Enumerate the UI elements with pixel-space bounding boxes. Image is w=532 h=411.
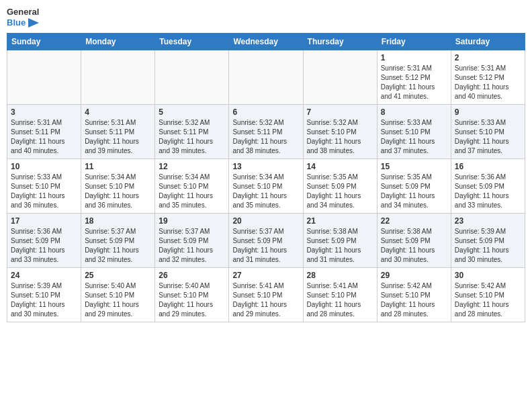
day-number: 3 bbox=[11, 107, 77, 117]
day-number: 5 bbox=[159, 107, 225, 117]
logo: General Blue bbox=[7, 7, 39, 28]
day-number: 7 bbox=[307, 107, 373, 117]
day-number: 14 bbox=[307, 162, 373, 171]
calendar-day-cell bbox=[7, 50, 81, 105]
col-header-saturday: Saturday bbox=[451, 34, 525, 50]
calendar-day-cell: 8Sunrise: 5:33 AM Sunset: 5:10 PM Daylig… bbox=[377, 105, 451, 159]
calendar-day-cell: 7Sunrise: 5:32 AM Sunset: 5:10 PM Daylig… bbox=[303, 105, 377, 159]
day-number: 13 bbox=[232, 162, 299, 171]
day-number: 15 bbox=[381, 162, 447, 171]
calendar-day-cell: 27Sunrise: 5:41 AM Sunset: 5:10 PM Dayli… bbox=[229, 268, 303, 322]
calendar-day-cell: 26Sunrise: 5:40 AM Sunset: 5:10 PM Dayli… bbox=[155, 268, 229, 322]
day-info: Sunrise: 5:31 AM Sunset: 5:12 PM Dayligh… bbox=[455, 64, 521, 101]
day-number: 22 bbox=[381, 216, 447, 226]
day-info: Sunrise: 5:42 AM Sunset: 5:10 PM Dayligh… bbox=[381, 281, 447, 319]
col-header-thursday: Thursday bbox=[303, 34, 377, 50]
day-info: Sunrise: 5:33 AM Sunset: 5:10 PM Dayligh… bbox=[455, 118, 521, 156]
day-number: 25 bbox=[85, 271, 151, 280]
calendar-day-cell: 19Sunrise: 5:37 AM Sunset: 5:09 PM Dayli… bbox=[155, 214, 229, 268]
calendar-table: SundayMondayTuesdayWednesdayThursdayFrid… bbox=[7, 33, 525, 322]
calendar-day-cell: 1Sunrise: 5:31 AM Sunset: 5:12 PM Daylig… bbox=[377, 50, 451, 105]
day-info: Sunrise: 5:32 AM Sunset: 5:10 PM Dayligh… bbox=[307, 118, 373, 156]
day-info: Sunrise: 5:37 AM Sunset: 5:09 PM Dayligh… bbox=[85, 227, 151, 265]
day-info: Sunrise: 5:35 AM Sunset: 5:09 PM Dayligh… bbox=[307, 173, 373, 210]
day-info: Sunrise: 5:41 AM Sunset: 5:10 PM Dayligh… bbox=[232, 281, 299, 319]
calendar-day-cell bbox=[155, 50, 229, 105]
col-header-monday: Monday bbox=[81, 34, 155, 50]
day-info: Sunrise: 5:33 AM Sunset: 5:10 PM Dayligh… bbox=[11, 173, 77, 210]
calendar-day-cell: 18Sunrise: 5:37 AM Sunset: 5:09 PM Dayli… bbox=[81, 214, 155, 268]
calendar-header-row: SundayMondayTuesdayWednesdayThursdayFrid… bbox=[7, 34, 525, 50]
calendar-day-cell: 17Sunrise: 5:36 AM Sunset: 5:09 PM Dayli… bbox=[7, 214, 81, 268]
day-number: 17 bbox=[11, 216, 77, 226]
day-number: 11 bbox=[85, 162, 151, 171]
logo-triangle-icon bbox=[28, 18, 39, 28]
day-info: Sunrise: 5:36 AM Sunset: 5:09 PM Dayligh… bbox=[11, 227, 77, 265]
day-number: 28 bbox=[307, 271, 373, 280]
day-number: 2 bbox=[455, 53, 521, 62]
calendar-day-cell: 3Sunrise: 5:31 AM Sunset: 5:11 PM Daylig… bbox=[7, 105, 81, 159]
day-info: Sunrise: 5:34 AM Sunset: 5:10 PM Dayligh… bbox=[232, 173, 299, 210]
day-number: 16 bbox=[455, 162, 521, 171]
calendar-day-cell: 28Sunrise: 5:41 AM Sunset: 5:10 PM Dayli… bbox=[303, 268, 377, 322]
calendar-day-cell: 15Sunrise: 5:35 AM Sunset: 5:09 PM Dayli… bbox=[377, 159, 451, 214]
calendar-day-cell: 29Sunrise: 5:42 AM Sunset: 5:10 PM Dayli… bbox=[377, 268, 451, 322]
calendar-day-cell: 11Sunrise: 5:34 AM Sunset: 5:10 PM Dayli… bbox=[81, 159, 155, 214]
day-info: Sunrise: 5:32 AM Sunset: 5:11 PM Dayligh… bbox=[159, 118, 225, 156]
calendar-day-cell: 16Sunrise: 5:36 AM Sunset: 5:09 PM Dayli… bbox=[451, 159, 525, 214]
day-info: Sunrise: 5:36 AM Sunset: 5:09 PM Dayligh… bbox=[455, 173, 521, 210]
calendar-day-cell: 30Sunrise: 5:42 AM Sunset: 5:10 PM Dayli… bbox=[451, 268, 525, 322]
calendar-week-row: 3Sunrise: 5:31 AM Sunset: 5:11 PM Daylig… bbox=[7, 105, 525, 159]
calendar-day-cell: 13Sunrise: 5:34 AM Sunset: 5:10 PM Dayli… bbox=[229, 159, 303, 214]
day-number: 20 bbox=[232, 216, 299, 226]
day-info: Sunrise: 5:32 AM Sunset: 5:11 PM Dayligh… bbox=[232, 118, 299, 156]
day-info: Sunrise: 5:31 AM Sunset: 5:12 PM Dayligh… bbox=[381, 64, 447, 101]
day-info: Sunrise: 5:40 AM Sunset: 5:10 PM Dayligh… bbox=[159, 281, 225, 319]
day-number: 26 bbox=[159, 271, 225, 280]
col-header-wednesday: Wednesday bbox=[229, 34, 303, 50]
calendar-day-cell: 5Sunrise: 5:32 AM Sunset: 5:11 PM Daylig… bbox=[155, 105, 229, 159]
day-info: Sunrise: 5:42 AM Sunset: 5:10 PM Dayligh… bbox=[455, 281, 521, 319]
calendar-day-cell: 9Sunrise: 5:33 AM Sunset: 5:10 PM Daylig… bbox=[451, 105, 525, 159]
day-info: Sunrise: 5:39 AM Sunset: 5:10 PM Dayligh… bbox=[11, 281, 77, 319]
day-number: 18 bbox=[85, 216, 151, 226]
day-info: Sunrise: 5:40 AM Sunset: 5:10 PM Dayligh… bbox=[85, 281, 151, 319]
day-info: Sunrise: 5:38 AM Sunset: 5:09 PM Dayligh… bbox=[307, 227, 373, 265]
day-number: 10 bbox=[11, 162, 77, 171]
day-number: 9 bbox=[455, 107, 521, 117]
day-number: 19 bbox=[159, 216, 225, 226]
logo-blue: Blue bbox=[7, 17, 39, 28]
day-info: Sunrise: 5:31 AM Sunset: 5:11 PM Dayligh… bbox=[85, 118, 151, 156]
day-number: 23 bbox=[455, 216, 521, 226]
day-info: Sunrise: 5:38 AM Sunset: 5:09 PM Dayligh… bbox=[381, 227, 447, 265]
calendar-week-row: 17Sunrise: 5:36 AM Sunset: 5:09 PM Dayli… bbox=[7, 214, 525, 268]
day-number: 8 bbox=[381, 107, 447, 117]
calendar-day-cell: 24Sunrise: 5:39 AM Sunset: 5:10 PM Dayli… bbox=[7, 268, 81, 322]
day-info: Sunrise: 5:33 AM Sunset: 5:10 PM Dayligh… bbox=[381, 118, 447, 156]
day-info: Sunrise: 5:41 AM Sunset: 5:10 PM Dayligh… bbox=[307, 281, 373, 319]
calendar-day-cell: 25Sunrise: 5:40 AM Sunset: 5:10 PM Dayli… bbox=[81, 268, 155, 322]
calendar-day-cell: 21Sunrise: 5:38 AM Sunset: 5:09 PM Dayli… bbox=[303, 214, 377, 268]
day-info: Sunrise: 5:35 AM Sunset: 5:09 PM Dayligh… bbox=[381, 173, 447, 210]
calendar-week-row: 1Sunrise: 5:31 AM Sunset: 5:12 PM Daylig… bbox=[7, 50, 525, 105]
calendar-week-row: 24Sunrise: 5:39 AM Sunset: 5:10 PM Dayli… bbox=[7, 268, 525, 322]
calendar-day-cell bbox=[81, 50, 155, 105]
day-number: 4 bbox=[85, 107, 151, 117]
day-number: 27 bbox=[232, 271, 299, 280]
calendar-day-cell: 12Sunrise: 5:34 AM Sunset: 5:10 PM Dayli… bbox=[155, 159, 229, 214]
day-number: 24 bbox=[11, 271, 77, 280]
page-header: General Blue bbox=[7, 7, 525, 28]
col-header-sunday: Sunday bbox=[7, 34, 81, 50]
day-info: Sunrise: 5:37 AM Sunset: 5:09 PM Dayligh… bbox=[232, 227, 299, 265]
calendar-day-cell: 14Sunrise: 5:35 AM Sunset: 5:09 PM Dayli… bbox=[303, 159, 377, 214]
day-info: Sunrise: 5:39 AM Sunset: 5:09 PM Dayligh… bbox=[455, 227, 521, 265]
calendar-day-cell: 4Sunrise: 5:31 AM Sunset: 5:11 PM Daylig… bbox=[81, 105, 155, 159]
day-info: Sunrise: 5:34 AM Sunset: 5:10 PM Dayligh… bbox=[159, 173, 225, 210]
calendar-day-cell: 22Sunrise: 5:38 AM Sunset: 5:09 PM Dayli… bbox=[377, 214, 451, 268]
calendar-day-cell: 6Sunrise: 5:32 AM Sunset: 5:11 PM Daylig… bbox=[229, 105, 303, 159]
logo-general: General bbox=[7, 7, 39, 17]
day-number: 30 bbox=[455, 271, 521, 280]
col-header-friday: Friday bbox=[377, 34, 451, 50]
day-number: 1 bbox=[381, 53, 447, 62]
day-info: Sunrise: 5:34 AM Sunset: 5:10 PM Dayligh… bbox=[85, 173, 151, 210]
